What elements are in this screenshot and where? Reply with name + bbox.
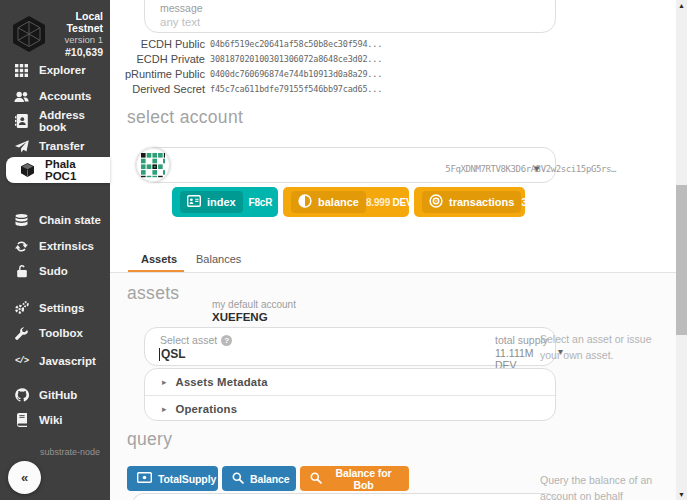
select-asset-dropdown[interactable]: Select asset QSL total supply 11.111M DE… (144, 327, 556, 366)
balance-amount: 8.999 (366, 197, 390, 208)
scrollbar-thumb[interactable] (676, 185, 687, 335)
sidebar-item-extrinsics[interactable]: Extrinsics (0, 233, 110, 259)
accordion-assets-metadata[interactable]: Assets Metadata (145, 369, 555, 395)
transactions-stat-button[interactable]: transactions 3 (414, 187, 525, 217)
balance-for-bob-button[interactable]: Balance for Bob (300, 466, 409, 491)
query-help-text: Query the balance of an account on behal… (540, 472, 665, 500)
key-label: ECDH Private (110, 53, 205, 65)
key-row-pruntime-public: pRuntime Public 0400dc760696874e744b1091… (110, 66, 676, 81)
stat-label-text: balance (318, 196, 359, 208)
chevron-right-icon (162, 377, 167, 387)
search-icon (232, 472, 244, 486)
scroll-down-icon[interactable] (676, 490, 687, 499)
sidebar-item-phala-poc1[interactable]: Phala POC1 (6, 157, 110, 183)
scrollbar-track[interactable] (676, 0, 687, 500)
network-version: version 1 (39, 34, 103, 45)
database-icon (14, 213, 29, 228)
tab-balances[interactable]: Balances (196, 253, 241, 265)
key-label: pRuntime Public (110, 68, 205, 80)
sidebar-item-transfer[interactable]: Transfer (0, 133, 110, 159)
wrench-icon (14, 326, 29, 341)
select-account-heading: select account (127, 107, 243, 128)
app-window: Local Testnet version 1 #10,639 Explorer… (0, 0, 687, 500)
main-content: message any text ECDH Public 04b6f519ec2… (110, 0, 676, 500)
accordion-label: Operations (176, 403, 238, 415)
stat-value: 3 (521, 197, 526, 208)
select-asset-label: Select asset (160, 334, 232, 346)
grid-icon (14, 63, 29, 78)
sidebar-item-javascript[interactable]: </> Javascript (0, 348, 110, 374)
total-supply-button[interactable]: TotalSupply (127, 466, 218, 491)
cube-icon (20, 163, 35, 178)
sidebar-item-toolbox[interactable]: Toolbox (0, 320, 110, 346)
help-icon[interactable] (221, 335, 232, 346)
key-row-derived-secret: Derived Secret f45c7ca611bdfe79155f546bb… (110, 81, 676, 96)
key-row-ecdh-public: ECDH Public 04b6f519ec20641af58c50b8ec30… (110, 36, 676, 51)
asset-accordion-group: Assets Metadata Operations (144, 368, 556, 421)
users-icon (14, 89, 29, 104)
network-brand: Local Testnet version 1 #10,639 (0, 8, 110, 58)
asset-value-text: QSL (161, 347, 186, 361)
balance-stat-button[interactable]: balance 8.999 DEV (283, 187, 409, 217)
sidebar-item-github[interactable]: GitHub (0, 382, 110, 408)
adjust-icon (298, 194, 312, 210)
sidebar-item-label: Accounts (39, 90, 91, 102)
sidebar-item-accounts[interactable]: Accounts (0, 83, 110, 109)
message-input-placeholder: any text (160, 16, 200, 28)
balance-unit: DEV (393, 197, 413, 208)
stat-value: 8.999 DEV (366, 197, 413, 208)
balance-button[interactable]: Balance (222, 466, 296, 491)
network-info: Local Testnet version 1 #10,639 (39, 10, 103, 59)
key-value: f45c7ca611bdfe79155f546bb97cad65... (210, 84, 382, 94)
sidebar-item-label: Address book (39, 109, 110, 133)
key-label: ECDH Public (110, 38, 205, 50)
bullseye-icon (429, 194, 443, 210)
chevron-right-icon (162, 404, 167, 414)
tab-assets[interactable]: Assets (141, 253, 177, 265)
query-result-panel (132, 493, 558, 500)
select-asset-label-text: Select asset (160, 334, 217, 346)
sidebar-item-sudo[interactable]: Sudo (0, 258, 110, 284)
sidebar-item-explorer[interactable]: Explorer (0, 57, 110, 83)
paper-plane-icon (14, 139, 29, 154)
github-icon (14, 388, 29, 403)
sidebar-item-label: Toolbox (39, 327, 83, 339)
id-card-icon (187, 195, 201, 209)
sidebar-item-label: Sudo (39, 265, 68, 277)
sidebar-item-label: Explorer (39, 64, 86, 76)
book-icon (14, 413, 29, 428)
text-cursor (159, 348, 160, 361)
message-input-label: message (160, 2, 203, 14)
sidebar-item-label: Wiki (39, 414, 63, 426)
assets-heading: assets (127, 283, 179, 304)
asset-value[interactable]: QSL (159, 347, 186, 361)
key-row-ecdh-private: ECDH Private 308187020100301306072a8648c… (110, 51, 676, 66)
chevron-down-icon[interactable] (534, 162, 540, 175)
sidebar-item-label: Extrinsics (39, 240, 94, 252)
search-icon (310, 472, 322, 486)
sidebar-item-chain-state[interactable]: Chain state (0, 207, 110, 233)
sidebar-item-wiki[interactable]: Wiki (0, 407, 110, 433)
sidebar-item-label: Javascript (39, 355, 96, 367)
sidebar-item-label: Chain state (39, 214, 101, 226)
button-label: TotalSupply (158, 473, 216, 485)
tab-divider (110, 272, 676, 273)
stat-label-text: transactions (449, 196, 514, 208)
sidebar-item-address-book[interactable]: Address book (0, 108, 110, 134)
accordion-operations[interactable]: Operations (145, 395, 555, 421)
key-output-list: ECDH Public 04b6f519ec20641af58c50b8ec30… (110, 36, 676, 96)
money-bill-icon (137, 472, 152, 485)
index-stat-button[interactable]: index F8cR (172, 187, 278, 217)
scroll-up-icon[interactable] (676, 1, 687, 10)
sidebar-collapse-button[interactable]: « (8, 461, 41, 494)
node-name-label: substrate-node (40, 447, 100, 457)
unlock-icon (14, 264, 29, 279)
sidebar-item-label: Transfer (39, 140, 84, 152)
sidebar-item-settings[interactable]: Settings (0, 295, 110, 321)
sidebar-item-label: Settings (39, 302, 84, 314)
stat-value: F8cR (243, 197, 278, 208)
sidebar-item-label: Phala POC1 (45, 158, 110, 182)
message-input[interactable]: message any text (144, 0, 556, 33)
account-identicon (136, 148, 170, 182)
query-heading: query (127, 429, 172, 450)
